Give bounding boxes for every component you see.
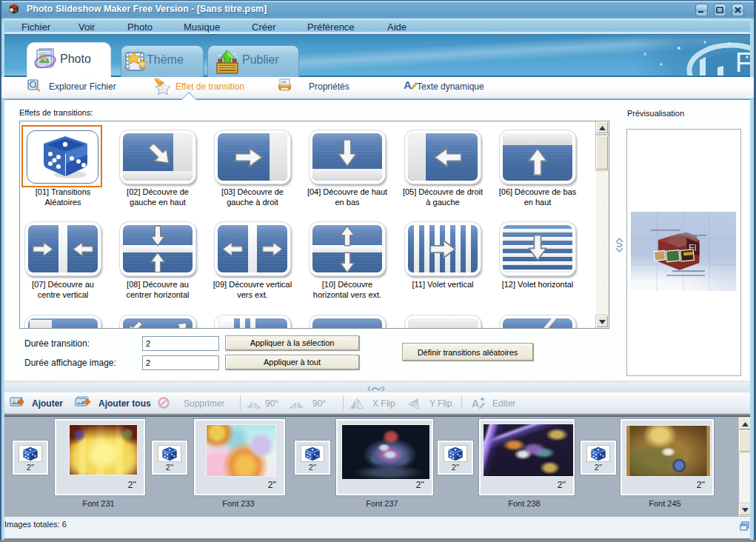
svg-text:A: A (404, 78, 412, 91)
svg-text:A: A (472, 398, 479, 409)
